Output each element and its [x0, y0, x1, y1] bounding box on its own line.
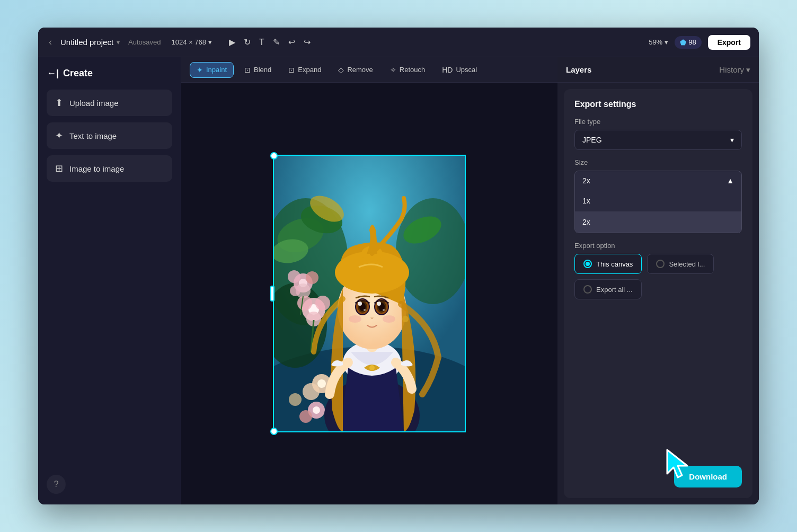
inpaint-label: Inpaint: [206, 66, 227, 74]
size-section: Size 2x ▲ 1x 2x: [574, 158, 742, 233]
expand-tool[interactable]: ⊡ Expand: [282, 63, 327, 77]
export-all-radio: [583, 285, 592, 294]
image-to-image-label: Image to image: [69, 164, 124, 173]
export-option-label: Export option: [574, 242, 742, 250]
zoom-control[interactable]: 59% ▾: [649, 38, 668, 46]
sidebar-item-image-to-image[interactable]: ⊞ Image to image: [47, 155, 172, 182]
blend-tool[interactable]: ⊡ Blend: [238, 63, 278, 77]
export-all-label: Export all ...: [596, 286, 633, 294]
upscal-label: Upscal: [456, 66, 477, 74]
pen-tool-icon[interactable]: ✎: [273, 37, 280, 47]
cursor-tool-icon[interactable]: ▶: [229, 37, 235, 47]
main-layout: ←| Create ⬆ Upload image ✦ Text to image…: [38, 57, 759, 504]
export-panel: Export settings File type JPEG ▾ Size 2x: [564, 89, 752, 498]
export-button[interactable]: Export: [708, 35, 750, 50]
svg-marker-52: [667, 450, 687, 477]
right-panel: Layers History ▾ Export settings File ty…: [557, 57, 759, 504]
upscal-tool[interactable]: HD Upscal: [436, 63, 483, 77]
resize-handle-bottom-left[interactable]: [270, 428, 278, 435]
right-panel-header: Layers History ▾: [557, 57, 759, 83]
rotate-tool-icon[interactable]: ↻: [244, 37, 251, 47]
canvas-content[interactable]: [181, 83, 557, 504]
credits-badge: ⬟ 98: [675, 36, 701, 49]
text-to-image-label: Text to image: [69, 131, 117, 140]
help-button[interactable]: ?: [47, 475, 66, 494]
resize-handle-top-left[interactable]: [270, 152, 278, 159]
svg-point-15: [290, 286, 300, 296]
size-option-2x-label: 2x: [582, 218, 590, 226]
sidebar-title: ←| Create: [47, 68, 172, 79]
size-chevron-icon: ▲: [727, 176, 734, 185]
project-title-container[interactable]: Untitled project ▾: [60, 38, 120, 47]
dimensions-selector[interactable]: 1024 × 768 ▾: [172, 38, 212, 46]
selected-label: Selected l...: [669, 260, 705, 268]
anime-illustration: [274, 156, 465, 431]
blend-icon: ⊡: [244, 66, 251, 74]
export-all-button[interactable]: Export all ...: [574, 279, 642, 299]
text-tool-icon[interactable]: T: [259, 38, 264, 47]
project-title: Untitled project: [60, 38, 113, 47]
svg-point-28: [313, 406, 320, 414]
upscal-icon: HD: [442, 66, 453, 74]
project-chevron-icon: ▾: [117, 39, 120, 46]
expand-label: Expand: [298, 66, 321, 74]
undo-icon[interactable]: ↩: [288, 37, 295, 47]
inpaint-tool[interactable]: ✦ Inpaint: [190, 62, 234, 78]
help-icon: ?: [54, 480, 59, 489]
cursor-arrow: [662, 445, 694, 482]
history-chevron-icon: ▾: [746, 65, 750, 75]
sidebar-back-icon: ←|: [47, 68, 59, 79]
back-button[interactable]: ‹: [47, 34, 54, 50]
size-select-header[interactable]: 2x ▲: [575, 171, 741, 190]
this-canvas-label: This canvas: [596, 260, 633, 268]
zoom-chevron-icon: ▾: [665, 38, 668, 46]
history-tab-label: History: [719, 65, 744, 74]
size-option-1x[interactable]: 1x: [575, 190, 741, 211]
retouch-icon: ✧: [390, 66, 396, 74]
svg-point-25: [303, 383, 320, 400]
file-type-chevron-icon: ▾: [730, 136, 734, 144]
history-tab[interactable]: History ▾: [719, 65, 750, 75]
remove-label: Remove: [347, 66, 373, 74]
svg-point-51: [402, 316, 409, 322]
sidebar-title-text: Create: [63, 68, 93, 79]
autosaved-status: Autosaved: [128, 38, 161, 46]
svg-point-13: [306, 271, 318, 284]
export-options-group: This canvas Selected l...: [574, 254, 742, 274]
dimensions-chevron-icon: ▾: [208, 38, 212, 46]
this-canvas-option[interactable]: This canvas: [574, 254, 642, 274]
canvas-area: ✦ Inpaint ⊡ Blend ⊡ Expand ◇ Remove ✧: [181, 57, 557, 504]
app-window: ‹ Untitled project ▾ Autosaved 1024 × 76…: [38, 28, 759, 504]
svg-point-42: [364, 309, 366, 311]
size-current-value: 2x: [582, 176, 590, 185]
svg-point-50: [383, 315, 395, 323]
blend-label: Blend: [254, 66, 271, 74]
redo-icon[interactable]: ↪: [304, 37, 311, 47]
file-type-label: File type: [574, 118, 742, 126]
selected-option[interactable]: Selected l...: [647, 254, 714, 274]
header-right: 59% ▾ ⬟ 98 Export: [649, 35, 750, 50]
layers-tab[interactable]: Layers: [566, 65, 591, 74]
header: ‹ Untitled project ▾ Autosaved 1024 × 76…: [38, 28, 759, 57]
remove-tool[interactable]: ◇ Remove: [332, 63, 379, 77]
credits-icon: ⬟: [680, 38, 686, 47]
resize-handle-middle-left[interactable]: [270, 286, 274, 302]
this-canvas-radio: [583, 260, 592, 268]
size-option-2x[interactable]: 2x: [575, 211, 741, 233]
svg-point-49: [349, 315, 361, 323]
retouch-tool[interactable]: ✧ Retouch: [384, 63, 431, 77]
expand-icon: ⊡: [288, 66, 295, 74]
sidebar: ←| Create ⬆ Upload image ✦ Text to image…: [38, 57, 181, 504]
svg-point-24: [317, 379, 326, 388]
file-type-select[interactable]: JPEG ▾: [574, 130, 742, 150]
canvas-image-container: [274, 156, 465, 431]
zoom-value: 59%: [649, 38, 662, 46]
svg-point-32: [369, 365, 375, 370]
size-select-open: 2x ▲ 1x 2x: [574, 171, 742, 233]
svg-point-47: [377, 302, 381, 306]
size-option-1x-label: 1x: [582, 197, 590, 205]
selected-radio: [656, 260, 665, 268]
sidebar-item-text-to-image[interactable]: ✦ Text to image: [47, 122, 172, 149]
svg-point-48: [383, 309, 385, 311]
sidebar-item-upload[interactable]: ⬆ Upload image: [47, 90, 172, 116]
